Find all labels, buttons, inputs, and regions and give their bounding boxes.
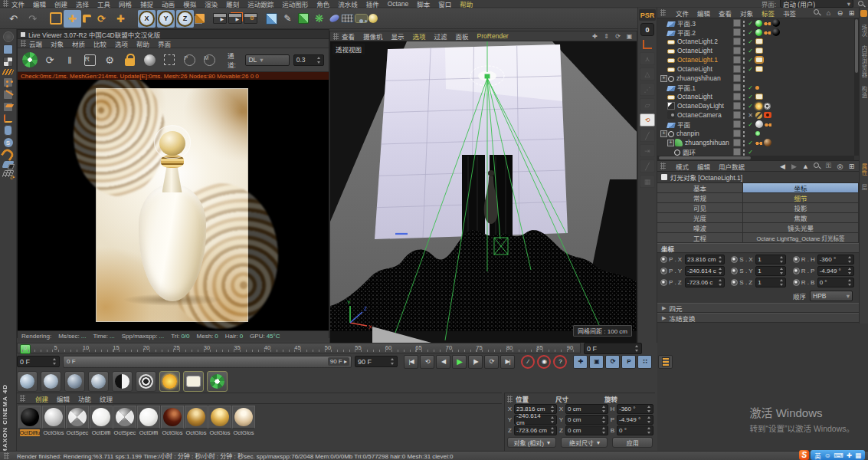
workplane-rotate-icon[interactable] <box>2 170 14 177</box>
mat-menu-item-2[interactable]: 功能 <box>78 394 91 403</box>
add-generator-button[interactable] <box>298 13 309 24</box>
history-icon[interactable]: ◎ <box>836 162 844 170</box>
camera-tag-icon[interactable] <box>764 112 771 118</box>
enable-check-icon[interactable]: ✓ <box>747 140 754 146</box>
render-view[interactable] <box>18 80 329 330</box>
main-menu-item-12[interactable]: 运动图形 <box>282 0 308 8</box>
layer-icon[interactable] <box>733 38 741 45</box>
record-position-toggle[interactable]: ✚ <box>573 355 588 369</box>
layer-icon[interactable] <box>733 56 741 64</box>
am-menu-item-2[interactable]: 用户数据 <box>719 162 745 171</box>
vp-menu-item-3[interactable]: 选项 <box>413 31 426 41</box>
main-menu-item-13[interactable]: 角色 <box>316 0 329 8</box>
octane-logo-button[interactable] <box>22 52 38 67</box>
nosign-tag-icon[interactable] <box>755 112 762 119</box>
octane-arealight-button[interactable] <box>183 371 204 392</box>
layer-icon[interactable] <box>733 84 741 91</box>
ime-icon-0[interactable]: ☺ <box>824 452 831 459</box>
forward-icon[interactable]: ▶ <box>790 162 798 170</box>
object-row-OctaneLight.2[interactable]: OctaneLight.2✓ <box>657 37 859 46</box>
layer-icon[interactable] <box>733 102 741 110</box>
om-menu-item-2[interactable]: 查看 <box>719 8 732 18</box>
main-menu-item-18[interactable]: 窗口 <box>438 0 451 8</box>
stepper-icon[interactable] <box>780 279 784 286</box>
key-radio-icon[interactable] <box>660 256 667 263</box>
kernel-settings-button[interactable]: ⚙ <box>102 52 117 67</box>
visibility-dots-icon[interactable] <box>742 56 745 64</box>
vp-menu-item-6[interactable]: ProRender <box>477 32 509 40</box>
range-slider[interactable]: 0 F 90 F ▸ <box>63 356 352 368</box>
key-radio-icon[interactable] <box>660 268 667 274</box>
object-row-OctaneLight[interactable]: OctaneLight✓ <box>657 46 859 55</box>
texture-mode-icon[interactable] <box>3 57 13 67</box>
layer-icon[interactable] <box>733 19 741 27</box>
attr-tab-光度[interactable]: 光度 <box>657 213 743 223</box>
enable-check-icon[interactable]: ✓ <box>747 20 754 27</box>
lightrect-tag-icon[interactable] <box>755 94 763 100</box>
expand-icon[interactable]: + <box>660 75 667 82</box>
keyframe-selection-button[interactable]: ? <box>553 355 567 369</box>
snap-guide-icon[interactable]: ╱ <box>640 159 655 172</box>
focus-picker-button[interactable]: P <box>182 52 197 67</box>
om-menu-item-4[interactable]: 标签 <box>762 8 775 18</box>
coord-value[interactable]: -723.06 cm <box>514 426 557 435</box>
main-menu-item-3[interactable]: 选择 <box>76 0 89 8</box>
main-menu-item-6[interactable]: 捕捉 <box>140 0 153 8</box>
enable-check-icon[interactable]: ✓ <box>747 121 754 128</box>
attr-tab-Octane LightTag_Octane 灯光标签[interactable]: Octane LightTag_Octane 灯光标签 <box>743 233 859 243</box>
main-menu-item-17[interactable]: 脚本 <box>417 0 430 8</box>
pan-view-icon[interactable]: ✚ <box>591 32 599 41</box>
enable-check-icon[interactable]: ✓ <box>747 38 754 45</box>
psr-label[interactable]: PSR <box>639 9 656 21</box>
visibility-dots-icon[interactable] <box>742 28 745 36</box>
loop-button[interactable]: ⟳ <box>484 355 499 369</box>
toggle-panel-icon[interactable]: ▣ <box>625 32 634 41</box>
attr-tab-投影[interactable]: 投影 <box>743 203 859 213</box>
render-picture-viewer-button[interactable] <box>228 13 242 24</box>
material-7-OctGlos[interactable]: OctGlos <box>185 406 208 437</box>
orangedots-tag-icon[interactable] <box>764 21 771 25</box>
octane-specular-material-button[interactable] <box>64 371 85 392</box>
object-row-平面.3[interactable]: 平面.3✓ <box>657 18 859 28</box>
record-keyframe-button[interactable]: ⁄ <box>521 355 535 369</box>
attr-tab-细节[interactable]: 细节 <box>743 193 859 203</box>
lock-resolution-button[interactable] <box>122 52 137 67</box>
material-1-OctGlos[interactable]: OctGlos <box>42 406 65 437</box>
edges-mode-icon[interactable] <box>3 90 13 100</box>
snap-spline-icon[interactable]: ╱ <box>640 129 655 142</box>
record-scale-toggle[interactable]: ▣ <box>589 355 604 369</box>
lock-z-axis-button[interactable]: Z <box>176 10 194 28</box>
am-menu-item-1[interactable]: 编辑 <box>697 162 710 171</box>
enable-check-icon[interactable]: ✓ <box>747 84 754 91</box>
field-value[interactable]: -723.06 c <box>685 278 725 288</box>
render-view-button[interactable] <box>213 13 227 24</box>
lock-y-axis-button[interactable]: Y <box>157 10 175 28</box>
viewport-scene[interactable]: 透视视图 网格间距 : 100 cm Y X Z <box>330 41 637 343</box>
object-row-OctaneCamera[interactable]: OctaneCamera✕ <box>657 110 859 120</box>
main-menu-item-16[interactable]: Octane <box>388 0 408 8</box>
enable-check-icon[interactable]: ✓ <box>747 103 754 110</box>
fold-section-四元[interactable]: ▶四元 <box>657 303 859 313</box>
lv-menu-item-2[interactable]: 材质 <box>72 39 85 48</box>
greendot-tag-icon[interactable] <box>755 131 760 136</box>
reset-psr-button[interactable]: 0 <box>640 23 654 36</box>
om-menu-item-1[interactable]: 编辑 <box>697 8 710 18</box>
mat-menu-item-1[interactable]: 编辑 <box>57 394 70 403</box>
coord-system-icon[interactable] <box>195 14 205 23</box>
back-icon[interactable]: ◀ <box>778 162 787 170</box>
material-9-OctGlos[interactable]: OctGlos <box>232 406 255 437</box>
object-row-zhuangshihuan[interactable]: +zhuangshihuan✓ <box>657 138 859 147</box>
enable-x-icon[interactable]: ✕ <box>747 112 754 119</box>
object-row-chanpin[interactable]: +chanpin <box>657 129 859 138</box>
coord-value[interactable]: -240.614 cm <box>514 415 557 425</box>
object-row-平面[interactable]: 平面✓ <box>657 120 859 129</box>
stepper-icon[interactable] <box>551 416 555 423</box>
octane-emission-button[interactable] <box>136 371 156 392</box>
layer-icon[interactable] <box>733 47 741 54</box>
side-tab-属性[interactable]: 属性 <box>860 163 868 176</box>
side-tab-内容浏览器[interactable]: 内容浏览器 <box>860 45 868 78</box>
object-row-平面.2[interactable]: 平面.2✓ <box>657 28 859 37</box>
autokey-button[interactable]: ◉ <box>537 355 551 369</box>
material-picker-button[interactable]: M <box>201 52 217 67</box>
frame-spinner[interactable]: 0 F <box>584 343 642 354</box>
